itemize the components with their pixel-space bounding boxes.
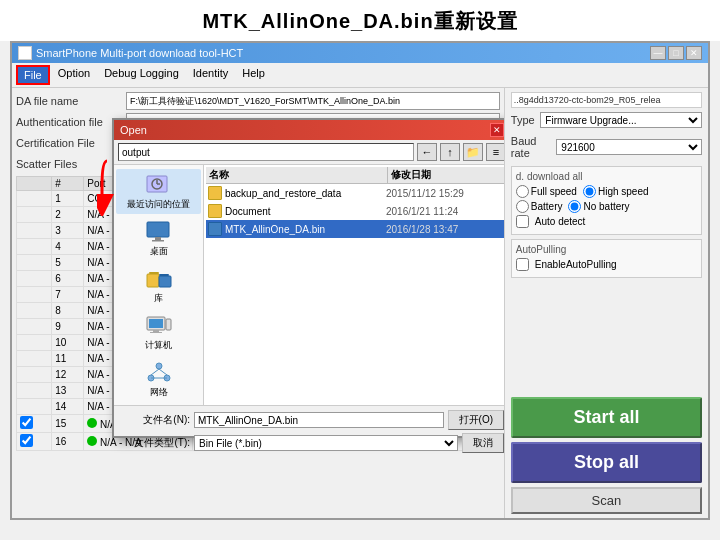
- high-speed-option[interactable]: High speed: [583, 185, 649, 198]
- open-file-dialog: Open ✕ ← ↑ 📁 ≡: [112, 118, 505, 438]
- folder-icon: [208, 186, 222, 200]
- start-all-button[interactable]: Start all: [511, 397, 702, 438]
- row-number: 4: [52, 239, 84, 255]
- file-list-item[interactable]: MTK_AllinOne_DA.bin2016/1/28 13:47: [206, 220, 505, 238]
- sidebar-label-library: 库: [154, 292, 163, 305]
- da-file-label: DA file name: [16, 95, 126, 107]
- dialog-title-bar: Open ✕: [114, 120, 505, 140]
- right-panel: ..8g4dd13720-ctc-bom29_R05_relea Type Fi…: [505, 88, 708, 518]
- close-button[interactable]: ✕: [686, 46, 702, 60]
- svg-rect-10: [159, 274, 169, 276]
- download-title: d. download all: [516, 171, 697, 182]
- dialog-up-button[interactable]: ↑: [440, 143, 460, 161]
- file-name: MTK_AllinOne_DA.bin: [225, 224, 386, 235]
- svg-rect-12: [149, 319, 163, 328]
- no-battery-option[interactable]: No battery: [568, 200, 629, 213]
- svg-point-16: [156, 363, 162, 369]
- enable-autopulling-checkbox[interactable]: [516, 258, 529, 271]
- open-button[interactable]: 打开(O): [448, 410, 504, 430]
- no-battery-label: No battery: [583, 201, 629, 212]
- svg-rect-6: [152, 240, 164, 242]
- file-list-item[interactable]: Document2016/1/21 11:24: [206, 202, 505, 220]
- svg-line-20: [159, 369, 167, 375]
- download-section: d. download all Full speed High speed Ba…: [511, 166, 702, 235]
- app-window: SmartPhone Multi-port download tool-HCT …: [10, 41, 710, 520]
- computer-icon: [145, 313, 173, 337]
- dialog-path-input[interactable]: [118, 143, 414, 161]
- menu-help[interactable]: Help: [236, 65, 271, 85]
- svg-rect-5: [155, 237, 161, 240]
- battery-option[interactable]: Battery: [516, 200, 563, 213]
- maximize-button[interactable]: □: [668, 46, 684, 60]
- svg-rect-9: [159, 276, 171, 287]
- row-number: 5: [52, 255, 84, 271]
- main-content: DA file name Authentication file Certifi…: [12, 88, 708, 518]
- minimize-button[interactable]: —: [650, 46, 666, 60]
- row-checkbox[interactable]: [20, 434, 33, 447]
- speed-row: Full speed High speed: [516, 185, 697, 198]
- autopulling-title: AutoPulling: [516, 244, 697, 255]
- auth-file-label: Authentication file: [16, 116, 126, 128]
- scan-button[interactable]: Scan: [511, 487, 702, 514]
- file-date: 2016/1/21 11:24: [386, 206, 505, 217]
- stop-all-button[interactable]: Stop all: [511, 442, 702, 483]
- row-number: 10: [52, 335, 84, 351]
- no-battery-radio[interactable]: [568, 200, 581, 213]
- filename-input[interactable]: [194, 412, 444, 428]
- type-select[interactable]: Firmware Upgrade...: [540, 112, 702, 128]
- sidebar-label-network: 网络: [150, 386, 168, 399]
- row-number: 2: [52, 207, 84, 223]
- filetype-label: 文件类型(T):: [120, 436, 190, 450]
- dialog-column-headers: 名称 修改日期: [206, 167, 505, 184]
- row-number: 6: [52, 271, 84, 287]
- svg-rect-14: [150, 332, 162, 333]
- file-list-body: backup_and_restore_data2015/11/12 15:29D…: [206, 184, 505, 238]
- sidebar-label-computer: 计算机: [145, 339, 172, 352]
- auto-detect-row: Auto detect: [516, 215, 697, 228]
- row-number: 1: [52, 191, 84, 207]
- full-speed-option[interactable]: Full speed: [516, 185, 577, 198]
- desktop-icon: [145, 219, 173, 243]
- baud-rate-select[interactable]: 921600: [556, 139, 702, 155]
- file-date: 2016/1/28 13:47: [386, 224, 505, 235]
- file-list-item[interactable]: backup_and_restore_data2015/11/12 15:29: [206, 184, 505, 202]
- sidebar-item-library[interactable]: 库: [116, 263, 201, 308]
- recent-icon: [145, 172, 173, 196]
- sidebar-label-recent: 最近访问的位置: [127, 198, 190, 211]
- sidebar-item-desktop[interactable]: 桌面: [116, 216, 201, 261]
- dialog-close-button[interactable]: ✕: [490, 123, 504, 137]
- library-icon: [145, 266, 173, 290]
- dialog-back-button[interactable]: ←: [417, 143, 437, 161]
- row-number: 11: [52, 351, 84, 367]
- svg-rect-15: [166, 319, 171, 330]
- menu-identity[interactable]: Identity: [187, 65, 234, 85]
- type-label: Type: [511, 114, 541, 126]
- full-speed-radio[interactable]: [516, 185, 529, 198]
- auto-detect-checkbox[interactable]: [516, 215, 529, 228]
- dialog-view-button[interactable]: ≡: [486, 143, 505, 161]
- cancel-button[interactable]: 取消: [462, 433, 504, 453]
- menu-debug-logging[interactable]: Debug Logging: [98, 65, 185, 85]
- battery-label: Battery: [531, 201, 563, 212]
- high-speed-label: High speed: [598, 186, 649, 197]
- filetype-select[interactable]: Bin File (*.bin): [194, 435, 458, 451]
- row-checkbox[interactable]: [20, 416, 33, 429]
- filetype-row: 文件类型(T): Bin File (*.bin) 取消: [120, 433, 504, 453]
- baud-rate-label: Baud rate: [511, 135, 557, 159]
- sidebar-item-network[interactable]: 网络: [116, 357, 201, 402]
- dialog-new-folder-button[interactable]: 📁: [463, 143, 483, 161]
- svg-rect-8: [149, 272, 159, 274]
- battery-radio[interactable]: [516, 200, 529, 213]
- high-speed-radio[interactable]: [583, 185, 596, 198]
- col-date-header: 修改日期: [388, 167, 505, 183]
- title-bar: SmartPhone Multi-port download tool-HCT …: [12, 43, 708, 63]
- sidebar-item-computer[interactable]: 计算机: [116, 310, 201, 355]
- row-number: 9: [52, 319, 84, 335]
- dialog-bottom: 文件名(N): 打开(O) 文件类型(T): Bin File (*.bin) …: [114, 405, 505, 457]
- menu-file[interactable]: File: [16, 65, 50, 85]
- sidebar-item-recent[interactable]: 最近访问的位置: [116, 169, 201, 214]
- da-file-input[interactable]: [126, 92, 500, 110]
- title-bar-left: SmartPhone Multi-port download tool-HCT: [18, 46, 243, 60]
- menu-bar: File Option Debug Logging Identity Help: [12, 63, 708, 88]
- menu-option[interactable]: Option: [52, 65, 96, 85]
